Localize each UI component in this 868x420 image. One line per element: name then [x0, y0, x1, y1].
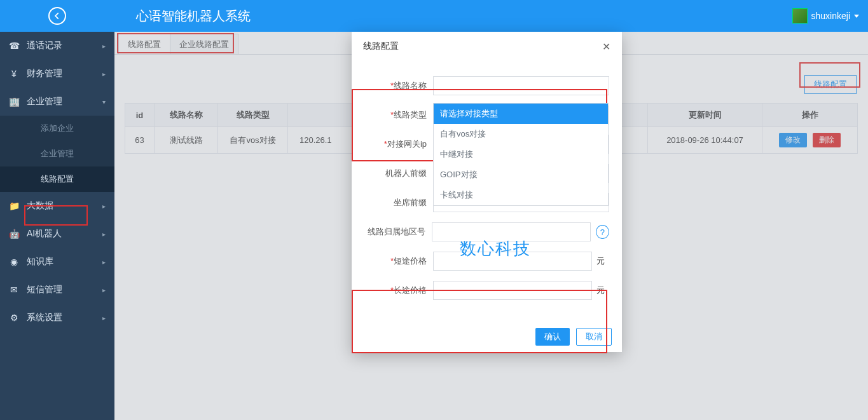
chevron-right-icon: ▸: [102, 259, 106, 266]
edit-button[interactable]: 修改: [779, 133, 807, 147]
field-label: *短途价格: [364, 255, 433, 267]
back-button[interactable]: [48, 7, 66, 25]
chevron-right-icon: ▸: [102, 43, 106, 50]
field-label: *线路类型: [364, 109, 433, 121]
field-label: 机器人前缀: [364, 168, 433, 179]
dropdown-option[interactable]: 自有vos对接: [434, 124, 608, 144]
sidebar-submenu-enterprise: 添加企业 企业管理 线路配置: [0, 116, 114, 192]
sidebar-item-bigdata[interactable]: 📁大数据▸: [0, 192, 114, 220]
envelope-icon: ✉: [9, 285, 19, 295]
avatar: [792, 8, 808, 24]
chevron-right-icon: ▸: [102, 71, 106, 78]
cell-actions: 修改 删除: [762, 127, 858, 154]
cell-type: 自有vos对接: [218, 127, 288, 154]
short-price-input[interactable]: [433, 252, 592, 271]
delete-button[interactable]: 删除: [813, 133, 841, 147]
sidebar-item-label: 知识库: [27, 256, 53, 268]
sidebar-item-manage-enterprise[interactable]: 企业管理: [0, 141, 114, 166]
modal-footer: 确认 取消: [352, 322, 622, 352]
sidebar-item-enterprise[interactable]: 🏢企业管理▾: [0, 88, 114, 116]
modal-header: 线路配置 ✕: [352, 32, 622, 61]
sidebar-item-knowledge[interactable]: ◉知识库▸: [0, 248, 114, 276]
th-id: id: [125, 104, 155, 127]
sidebar-item-finance[interactable]: ¥财务管理▸: [0, 60, 114, 88]
sidebar-item-label: 通话记录: [27, 40, 62, 51]
form-row-long-price: *长途价格 元: [364, 281, 609, 300]
sidebar-item-calls[interactable]: ☎通话记录▸: [0, 32, 114, 60]
dropdown-option[interactable]: 请选择对接类型: [434, 104, 608, 124]
line-name-input[interactable]: [433, 76, 609, 95]
chevron-down-icon: ▾: [102, 98, 106, 105]
tab-line-config[interactable]: 线路配置: [118, 34, 170, 54]
book-icon: ◉: [9, 257, 19, 267]
line-type-dropdown: 请选择对接类型 自有vos对接 中继对接 GOIP对接 卡线对接: [433, 103, 609, 206]
chevron-left-icon: [53, 11, 62, 20]
org-icon: 🏢: [9, 97, 19, 107]
top-bar: 心语智能机器人系统 shuxinkeji: [0, 0, 868, 32]
th-name: 线路名称: [155, 104, 218, 127]
dropdown-option[interactable]: 卡线对接: [434, 185, 608, 205]
th-type: 线路类型: [218, 104, 288, 127]
app-title: 心语智能机器人系统: [136, 8, 251, 25]
unit-label: 元: [592, 285, 609, 296]
field-label: *对接网关ip: [364, 139, 433, 150]
th-updated: 更新时间: [648, 104, 762, 127]
sidebar-item-label: AI机器人: [27, 228, 62, 240]
confirm-button[interactable]: 确认: [535, 328, 570, 346]
form-row-name: *线路名称: [364, 76, 609, 95]
field-label: *线路名称: [364, 80, 433, 91]
cell-name: 测试线路: [155, 127, 218, 154]
sidebar-item-ai-robot[interactable]: 🤖AI机器人▸: [0, 220, 114, 248]
sidebar-item-label: 系统设置: [27, 312, 62, 323]
chevron-right-icon: ▸: [102, 203, 106, 210]
modal-title: 线路配置: [363, 41, 399, 52]
gear-icon: ⚙: [9, 313, 19, 323]
cell-id: 63: [125, 127, 155, 154]
chevron-right-icon: ▸: [102, 231, 106, 238]
caret-down-icon: [854, 15, 859, 18]
dropdown-option[interactable]: GOIP对接: [434, 165, 608, 185]
cancel-button[interactable]: 取消: [576, 328, 612, 346]
sidebar-item-settings[interactable]: ⚙系统设置▸: [0, 304, 114, 332]
form-row-short-price: *短途价格 元: [364, 252, 609, 271]
long-price-input[interactable]: [433, 281, 592, 300]
field-label: *长途价格: [364, 285, 433, 296]
sidebar-item-label: 短信管理: [27, 284, 62, 295]
yen-icon: ¥: [9, 69, 19, 79]
tab-enterprise-line-config[interactable]: 企业线路配置: [170, 34, 238, 54]
help-icon[interactable]: ?: [596, 225, 609, 239]
line-config-modal: 线路配置 ✕ *线路名称 *线路类型 请选择对接类型 ▼ *对接网关ip 机器人…: [352, 32, 622, 352]
sidebar-item-sms[interactable]: ✉短信管理▸: [0, 276, 114, 304]
sidebar-item-line-config[interactable]: 线路配置: [0, 166, 114, 192]
field-label: 线路归属地区号: [364, 226, 432, 238]
chevron-right-icon: ▸: [102, 287, 106, 294]
sidebar-item-label: 企业管理: [27, 96, 62, 107]
user-menu[interactable]: shuxinkeji: [792, 8, 859, 24]
modal-body: *线路名称 *线路类型 请选择对接类型 ▼ *对接网关ip 机器人前缀 坐席前缀…: [352, 61, 622, 322]
phone-icon: ☎: [9, 41, 19, 51]
username: shuxinkeji: [811, 11, 850, 21]
folder-icon: 📁: [9, 201, 19, 211]
unit-label: 元: [592, 255, 609, 267]
sidebar-item-label: 大数据: [27, 200, 53, 212]
dropdown-option[interactable]: 中继对接: [434, 144, 608, 165]
th-actions: 操作: [762, 104, 858, 127]
field-label: 坐席前缀: [364, 197, 433, 208]
sidebar-item-add-enterprise[interactable]: 添加企业: [0, 116, 114, 141]
chevron-right-icon: ▸: [102, 315, 106, 322]
area-code-input[interactable]: [432, 222, 591, 241]
robot-icon: 🤖: [9, 229, 19, 239]
sidebar-item-label: 财务管理: [27, 68, 62, 79]
form-row-area: 线路归属地区号 ?: [364, 222, 609, 241]
sidebar: ☎通话记录▸ ¥财务管理▸ 🏢企业管理▾ 添加企业 企业管理 线路配置 📁大数据…: [0, 32, 114, 420]
close-icon[interactable]: ✕: [602, 41, 610, 53]
cell-updated: 2018-09-26 10:44:07: [648, 127, 762, 154]
line-config-button[interactable]: 线路配置: [804, 75, 857, 94]
